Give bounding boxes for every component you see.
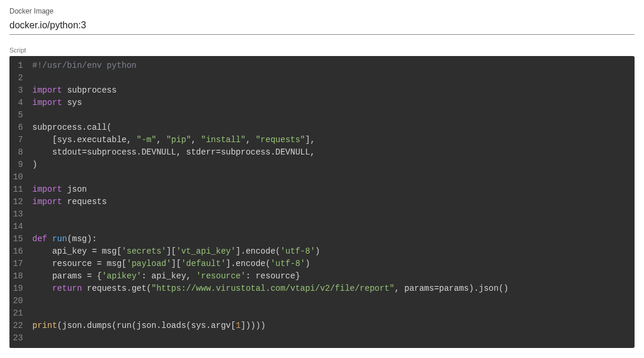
- code-editor[interactable]: 1234567891011121314151617181920212223 #!…: [9, 56, 635, 348]
- code-line[interactable]: stdout=subprocess.DEVNULL, stderr=subpro…: [32, 146, 629, 159]
- code-line[interactable]: [32, 307, 629, 320]
- code-line[interactable]: resource = msg['payload']['default'].enc…: [32, 258, 629, 270]
- code-line[interactable]: def run(msg):: [32, 233, 629, 245]
- token-kw: import: [32, 98, 62, 107]
- code-line[interactable]: print(json.dumps(run(json.loads(sys.argv…: [32, 320, 629, 332]
- token-str: 'secrets': [122, 247, 166, 256]
- token-id: executable: [77, 135, 126, 144]
- token-sp: [92, 271, 97, 281]
- token-str: "pip": [166, 135, 191, 144]
- token-sp: [32, 135, 53, 144]
- line-number: 10: [13, 171, 25, 183]
- token-str: "https://www.virustotal.com/vtapi/v2/fil…: [152, 284, 395, 293]
- token-pn: ,: [246, 135, 250, 144]
- token-pn: .: [82, 123, 87, 132]
- token-id: encode: [236, 259, 265, 268]
- code-line[interactable]: [32, 221, 629, 233]
- code-line[interactable]: ): [32, 159, 629, 171]
- token-id: loads: [161, 321, 186, 330]
- token-pn: :: [92, 234, 97, 244]
- token-sp: [82, 284, 87, 293]
- token-id: params: [52, 271, 81, 281]
- code-line[interactable]: [32, 72, 629, 84]
- token-id: subprocess: [87, 147, 136, 157]
- line-number: 14: [13, 221, 25, 233]
- token-sp: [32, 271, 53, 281]
- token-id: subprocess: [67, 86, 117, 95]
- editor-code[interactable]: #!/usr/bin/env python import subprocessi…: [30, 56, 635, 348]
- token-id: json: [67, 185, 87, 194]
- code-line[interactable]: api_key = msg['secrets']['vt_api_key'].e…: [32, 245, 629, 258]
- code-line[interactable]: return requests.get("https://www.virusto…: [32, 283, 629, 295]
- code-line[interactable]: [32, 208, 629, 221]
- line-number: 1: [13, 60, 25, 72]
- code-line[interactable]: import json: [32, 183, 629, 196]
- token-id: resource: [256, 271, 295, 281]
- token-op: =: [87, 271, 91, 281]
- token-op: =: [82, 147, 87, 157]
- token-pn: (: [266, 259, 270, 268]
- token-sp: [146, 271, 151, 281]
- token-pn: (: [186, 321, 191, 330]
- token-pn: .: [82, 321, 87, 330]
- token-id: api_key: [152, 271, 187, 281]
- docker-image-field: Docker Image: [9, 7, 635, 35]
- token-sp: [400, 284, 404, 293]
- token-id: json: [62, 321, 82, 330]
- line-number: 11: [13, 183, 25, 196]
- token-str: 'apikey': [102, 271, 141, 281]
- token-sp: [82, 271, 87, 281]
- token-kw: import: [32, 197, 62, 206]
- token-id: requests: [67, 197, 107, 206]
- token-id: requests: [87, 284, 126, 293]
- token-id: msg: [102, 247, 116, 256]
- code-line[interactable]: import requests: [32, 196, 629, 208]
- token-str: "-m": [136, 135, 156, 144]
- code-line[interactable]: [32, 171, 629, 183]
- code-line[interactable]: [32, 332, 629, 344]
- code-line[interactable]: params = {'apikey': api_key, 'resource':…: [32, 270, 629, 283]
- token-pn: (: [276, 247, 280, 256]
- token-id: encode: [246, 247, 275, 256]
- line-number: 17: [13, 258, 25, 270]
- token-str: 'vt_api_key': [176, 247, 236, 256]
- token-sp: [62, 197, 67, 206]
- token-sp: [92, 259, 97, 268]
- token-sp: [32, 259, 53, 268]
- token-pn: ].: [236, 247, 246, 256]
- token-pn: (: [67, 234, 72, 244]
- token-sp: [251, 135, 256, 144]
- token-pn: (): [499, 284, 509, 293]
- token-pn: ): [32, 160, 37, 169]
- token-pn: ,: [310, 147, 315, 157]
- code-line[interactable]: import sys: [32, 97, 629, 109]
- token-sp: [62, 86, 67, 95]
- token-id: argv: [211, 321, 231, 330]
- code-line[interactable]: #!/usr/bin/env python: [32, 60, 629, 72]
- token-pn: ): [315, 247, 320, 256]
- code-line[interactable]: [sys.executable, "-m", "pip", "install",…: [32, 134, 629, 146]
- token-sp: [32, 284, 53, 293]
- code-line[interactable]: [32, 295, 629, 307]
- token-pn: .: [126, 284, 131, 293]
- line-number: 21: [13, 307, 25, 320]
- token-id: stderr: [186, 147, 215, 157]
- line-number: 18: [13, 270, 25, 283]
- token-id: msg: [107, 259, 122, 268]
- token-def-name: run: [52, 234, 67, 244]
- code-line[interactable]: import subprocess: [32, 84, 629, 97]
- docker-image-input[interactable]: [9, 18, 635, 35]
- token-str: 'utf-8': [280, 247, 315, 256]
- token-pn: ],: [305, 135, 315, 144]
- token-str: 'resource': [196, 271, 246, 281]
- line-number: 13: [13, 208, 25, 221]
- token-str: "requests": [256, 135, 305, 144]
- script-field: Script 123456789101112131415161718192021…: [9, 47, 635, 348]
- code-line[interactable]: subprocess.call(: [32, 121, 629, 134]
- token-id: subprocess: [32, 123, 82, 132]
- token-sp: [32, 247, 53, 256]
- editor-gutter: 1234567891011121314151617181920212223: [9, 56, 30, 348]
- code-line[interactable]: [32, 109, 629, 121]
- token-pn: ,: [394, 284, 399, 293]
- token-sp: [251, 271, 256, 281]
